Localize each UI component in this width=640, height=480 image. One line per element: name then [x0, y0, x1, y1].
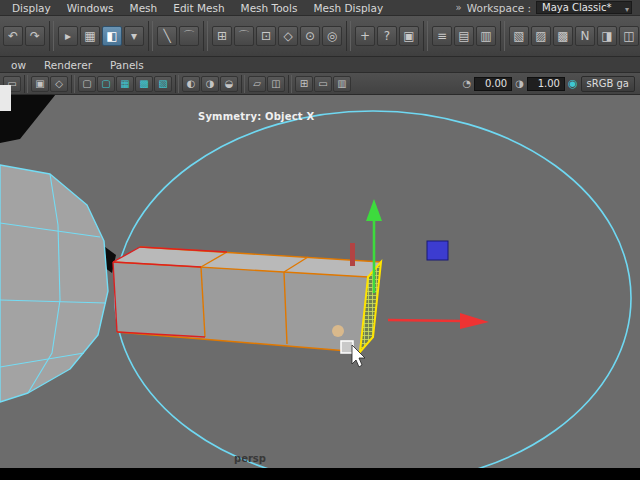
- snap-grid-icon[interactable]: ⊞: [212, 26, 232, 46]
- make-live-icon[interactable]: ◎: [322, 26, 342, 46]
- resolution-gate-icon[interactable]: ▭: [314, 76, 332, 92]
- manipulator-z-handle[interactable]: [427, 241, 448, 260]
- camera-name-label: persp: [234, 453, 266, 464]
- menu-mesh[interactable]: Mesh: [122, 2, 166, 14]
- snap-plane-icon[interactable]: ◇: [278, 26, 298, 46]
- sidebar-tool-settings-icon[interactable]: ◫: [619, 26, 639, 46]
- panel-menu-panels[interactable]: Panels: [101, 59, 153, 71]
- menu-edit-mesh[interactable]: Edit Mesh: [165, 2, 232, 14]
- panel-menubar: owRendererPanels: [0, 57, 640, 73]
- separator: [148, 21, 153, 51]
- chevron-down-icon: ▾: [625, 4, 629, 14]
- axis-marker[interactable]: [350, 243, 355, 266]
- menu-windows[interactable]: Windows: [59, 2, 122, 14]
- arm-front-face[interactable]: [113, 262, 368, 352]
- separator: [288, 75, 292, 93]
- viewport-toolbar-icons: ▭▣◇▢▢▦▩▧◐◑◒▱◫⊞▭▥: [3, 75, 351, 93]
- main-menubar: DisplayWindowsMeshEdit MeshMesh ToolsMes…: [0, 0, 640, 16]
- snap-view-icon[interactable]: ⊙: [300, 26, 320, 46]
- workspace-value: Maya Classic*: [542, 2, 612, 13]
- camera-attributes-icon[interactable]: ▣: [31, 76, 49, 92]
- menu-mesh-tools[interactable]: Mesh Tools: [233, 2, 306, 14]
- viewport-toolbar: ▭▣◇▢▢▦▩▧◐◑◒▱◫⊞▭▥ ◔ 0.00 ◑ 1.00 ◉ sRGB ga: [0, 73, 640, 95]
- shading-wireframe-icon[interactable]: ▢: [97, 76, 115, 92]
- separator: [500, 21, 505, 51]
- inputs-icon[interactable]: ▤: [454, 26, 474, 46]
- separator: [71, 75, 75, 93]
- menu-display[interactable]: Display: [4, 2, 59, 14]
- move-manipulator[interactable]: [366, 199, 489, 329]
- shading-lights-icon[interactable]: ▧: [154, 76, 172, 92]
- render-view-icon[interactable]: ▧: [509, 26, 529, 46]
- gamma-field[interactable]: 1.00: [527, 77, 565, 91]
- lighting-icon[interactable]: ◐: [182, 76, 200, 92]
- sidebar-attribute-editor-icon[interactable]: ◨: [597, 26, 617, 46]
- isolate-select-icon[interactable]: ◫: [267, 76, 285, 92]
- exposure-icon[interactable]: ◔: [463, 78, 472, 89]
- shading-textured-icon[interactable]: ▩: [135, 76, 153, 92]
- select-hierarchy-icon[interactable]: ▸: [58, 26, 78, 46]
- workspace-select[interactable]: Maya Classic* ▾: [536, 1, 632, 14]
- mesh-body[interactable]: [0, 165, 108, 402]
- occlusion-icon[interactable]: ◒: [220, 76, 238, 92]
- scene-canvas[interactable]: [0, 95, 640, 468]
- bookmarks-icon[interactable]: ◇: [50, 76, 68, 92]
- outputs-icon[interactable]: ▥: [476, 26, 496, 46]
- lasso-tool-icon[interactable]: ╲: [157, 26, 177, 46]
- bottom-bar: [0, 468, 640, 480]
- color-management-controls: ◔ 0.00 ◑ 1.00 ◉ sRGB ga: [463, 76, 638, 92]
- workspace-area: » Workspace : Maya Classic* ▾: [456, 1, 636, 14]
- maya-window: DisplayWindowsMeshEdit MeshMesh ToolsMes…: [0, 0, 640, 480]
- sidebar-toggles: N◨◫▥: [575, 26, 640, 46]
- status-line: ↶↷▸▦◧▾╲⌒⊞⌒⊡◇⊙◎+?▣≡▤▥▧▨▩ N◨◫▥: [0, 16, 640, 57]
- ipr-render-icon[interactable]: ▩: [553, 26, 573, 46]
- manipulator-x-axis[interactable]: [388, 320, 462, 321]
- xray-icon[interactable]: ▱: [248, 76, 266, 92]
- separator: [175, 75, 179, 93]
- separator: [241, 75, 245, 93]
- shadows-icon[interactable]: ◑: [201, 76, 219, 92]
- separator: [346, 21, 351, 51]
- panel-layout-chip: [0, 85, 11, 111]
- no-character-set-icon[interactable]: N: [575, 26, 595, 46]
- expand-chevron-icon[interactable]: »: [456, 2, 462, 13]
- menu-items: DisplayWindowsMeshEdit MeshMesh ToolsMes…: [4, 2, 391, 14]
- lock-icon[interactable]: ▣: [399, 26, 419, 46]
- select-component-icon[interactable]: ◧: [102, 26, 122, 46]
- separator: [203, 21, 208, 51]
- construction-history-icon[interactable]: ≡: [432, 26, 452, 46]
- paint-select-icon[interactable]: ⌒: [179, 26, 199, 46]
- panel-menu-show[interactable]: ow: [2, 59, 35, 71]
- grid-toggle-icon[interactable]: ⊞: [295, 76, 313, 92]
- manipulator-y-arrowhead[interactable]: [366, 199, 382, 221]
- marquee-box-icon: [341, 341, 353, 353]
- manipulator-x-arrowhead[interactable]: [460, 313, 489, 329]
- snap-point-icon[interactable]: ⊡: [256, 26, 276, 46]
- color-management-icon[interactable]: ◉: [568, 77, 578, 90]
- help-icon[interactable]: ?: [377, 26, 397, 46]
- panel-menu-renderer[interactable]: Renderer: [35, 59, 101, 71]
- menu-mesh-display[interactable]: Mesh Display: [305, 2, 391, 14]
- preselect-vertex-dot: [332, 325, 344, 337]
- redo-icon[interactable]: ↷: [25, 26, 45, 46]
- workspace-label: Workspace :: [467, 2, 531, 14]
- gate-mask-icon[interactable]: ▥: [333, 76, 351, 92]
- symmetry-status-label: Symmetry: Object X: [198, 111, 314, 122]
- plus-icon[interactable]: +: [355, 26, 375, 46]
- separator: [49, 21, 54, 51]
- shading-smooth-icon[interactable]: ▦: [116, 76, 134, 92]
- undo-icon[interactable]: ↶: [3, 26, 23, 46]
- separator: [24, 75, 28, 93]
- separator: [423, 21, 428, 51]
- viewport-persp[interactable]: Symmetry: Object X persp: [0, 95, 640, 468]
- render-current-frame-icon[interactable]: ▨: [531, 26, 551, 46]
- colorspace-button[interactable]: sRGB ga: [581, 76, 635, 92]
- snap-curve-icon[interactable]: ⌒: [234, 26, 254, 46]
- select-object-icon[interactable]: ▦: [80, 26, 100, 46]
- exposure-field[interactable]: 0.00: [474, 77, 512, 91]
- status-line-icons: ↶↷▸▦◧▾╲⌒⊞⌒⊡◇⊙◎+?▣≡▤▥▧▨▩: [3, 21, 573, 51]
- selection-mask-dropdown-icon[interactable]: ▾: [124, 26, 144, 46]
- gamma-icon[interactable]: ◑: [515, 78, 524, 89]
- image-plane-icon[interactable]: ▢: [78, 76, 96, 92]
